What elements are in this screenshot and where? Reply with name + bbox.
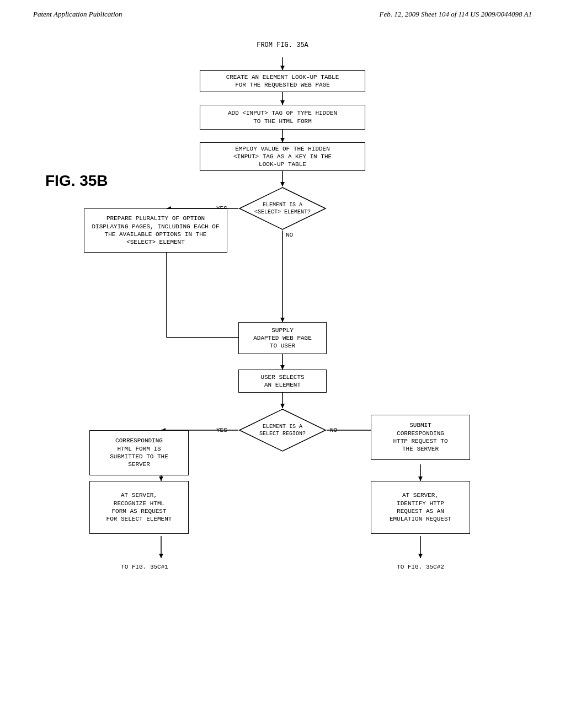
box-add-input-tag: ADD <INPUT> TAG OF TYPE HIDDEN TO THE HT… bbox=[200, 105, 365, 130]
svg-marker-7 bbox=[280, 182, 285, 186]
svg-marker-30 bbox=[418, 554, 423, 558]
box-recognize-form: AT SERVER, RECOGNIZE HTML FORM AS REQUES… bbox=[89, 481, 189, 534]
yes-label-2: YES bbox=[216, 427, 227, 433]
box-user-selects: USER SELECTS AN ELEMENT bbox=[238, 370, 327, 393]
box-supply-adapted: SUPPLY ADAPTED WEB PAGE TO USER bbox=[238, 322, 327, 354]
svg-marker-18 bbox=[280, 404, 285, 408]
svg-marker-24 bbox=[159, 477, 163, 481]
diamond-select-region: ELEMENT IS A SELECT REGION? bbox=[238, 408, 327, 452]
box-corresponding-form: CORRESPONDING HTML FORM IS SUBMITTED TO … bbox=[89, 430, 189, 475]
svg-marker-14 bbox=[280, 318, 285, 322]
no-label-2: NO bbox=[330, 427, 337, 433]
box-identify-http: AT SERVER, IDENTIFY HTTP REQUEST AS AN E… bbox=[371, 481, 470, 534]
box-prepare-plurality: PREPARE PLURALITY OF OPTION DISPLAYING P… bbox=[84, 208, 227, 253]
svg-marker-3 bbox=[280, 100, 285, 105]
box-create-lookup: CREATE AN ELEMENT LOOK-UP TABLE FOR THE … bbox=[200, 70, 365, 92]
figure-label: FIG. 35B bbox=[45, 172, 108, 190]
box-employ-value: EMPLOY VALUE OF THE HIDDEN <INPUT> TAG A… bbox=[200, 142, 365, 171]
to-fig-1: TO FIG. 35C#1 bbox=[106, 558, 183, 576]
flowchart-diagram: FIG. 35B bbox=[34, 23, 531, 685]
svg-marker-28 bbox=[159, 554, 163, 558]
box-submit-http: SUBMIT CORRESPONDING HTTP REQUEST TO THE… bbox=[371, 415, 470, 460]
to-fig-2: TO FIG. 35C#2 bbox=[376, 558, 465, 576]
from-fig-label: FROM FIG. 35A bbox=[233, 34, 332, 57]
diamond-select-element: ELEMENT IS A <SELECT> ELEMENT? bbox=[238, 186, 327, 231]
svg-marker-5 bbox=[280, 138, 285, 142]
no-label-1: NO bbox=[286, 232, 293, 238]
svg-marker-26 bbox=[418, 477, 423, 481]
svg-marker-16 bbox=[280, 365, 285, 370]
header-left: Patent Application Publication bbox=[33, 10, 122, 19]
svg-marker-1 bbox=[280, 66, 285, 70]
header-right: Feb. 12, 2009 Sheet 104 of 114 US 2009/0… bbox=[380, 10, 532, 19]
